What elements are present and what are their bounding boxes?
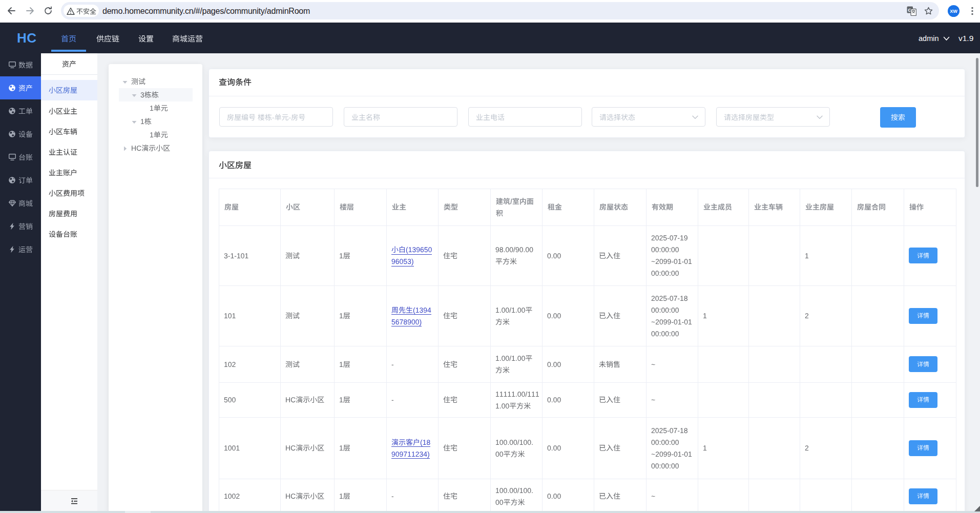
svg-text:XW: XW bbox=[950, 9, 957, 14]
